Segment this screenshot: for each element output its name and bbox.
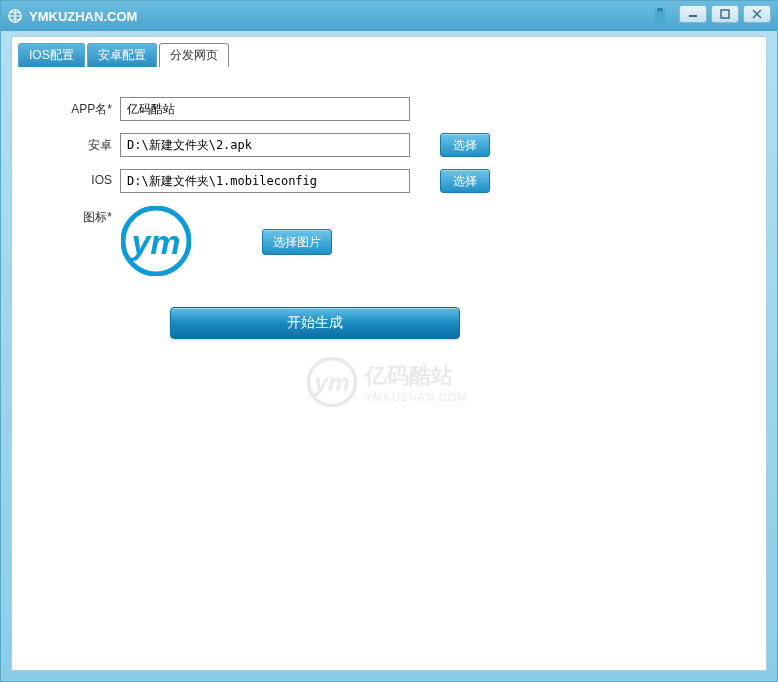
icon-preview: ym [120, 205, 192, 277]
close-button[interactable] [743, 5, 771, 23]
window-controls [679, 5, 771, 23]
input-ios-path[interactable] [120, 169, 410, 193]
browse-android-button[interactable]: 选择 [440, 133, 490, 157]
tab-bar: IOS配置 安卓配置 分发网页 [12, 37, 766, 67]
row-android: 安卓 选择 [62, 133, 736, 157]
clipboard-icon[interactable] [653, 8, 667, 28]
svg-text:ym: ym [129, 223, 180, 261]
input-appname[interactable] [120, 97, 410, 121]
maximize-button[interactable] [711, 5, 739, 23]
app-window: YMKUZHAN.COM IOS配置 安卓配置 分发网页 APP名* 安卓 选择 [0, 0, 778, 682]
svg-rect-4 [721, 10, 729, 18]
row-appname: APP名* [62, 97, 736, 121]
label-icon: 图标* [62, 205, 112, 226]
watermark-logo-icon: ym [307, 357, 357, 407]
minimize-button[interactable] [679, 5, 707, 23]
svg-point-9 [308, 358, 355, 405]
tab-android-config[interactable]: 安卓配置 [87, 43, 157, 67]
label-android: 安卓 [62, 133, 112, 154]
label-ios: IOS [62, 169, 112, 187]
browse-ios-button[interactable]: 选择 [440, 169, 490, 193]
label-appname: APP名* [62, 97, 112, 118]
input-android-path[interactable] [120, 133, 410, 157]
generate-button[interactable]: 开始生成 [170, 307, 460, 339]
ym-logo-icon: ym [121, 206, 191, 276]
app-icon [7, 8, 23, 24]
tab-distribute-web[interactable]: 分发网页 [159, 43, 229, 67]
watermark-en: YMKUZHAN.COM [365, 391, 467, 403]
content-area: IOS配置 安卓配置 分发网页 APP名* 安卓 选择 IOS 选择 图标* [11, 36, 767, 671]
watermark-cn: 亿码酷站 [365, 361, 467, 391]
pick-image-button[interactable]: 选择图片 [262, 229, 332, 255]
form-area: APP名* 安卓 选择 IOS 选择 图标* ym [12, 67, 766, 339]
tab-ios-config[interactable]: IOS配置 [18, 43, 85, 67]
svg-rect-2 [657, 8, 663, 11]
svg-rect-1 [655, 10, 665, 23]
row-icon: 图标* ym 选择图片 [62, 205, 736, 277]
watermark: ym 亿码酷站 YMKUZHAN.COM [307, 357, 467, 407]
titlebar[interactable]: YMKUZHAN.COM [1, 1, 777, 31]
row-ios: IOS 选择 [62, 169, 736, 193]
svg-text:ym: ym [313, 369, 349, 396]
